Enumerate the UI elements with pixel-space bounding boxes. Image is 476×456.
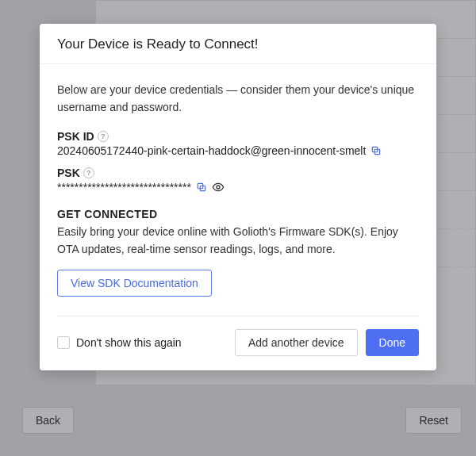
eye-icon[interactable] <box>212 181 225 194</box>
svg-point-4 <box>217 186 220 189</box>
get-connected-label: GET CONNECTED <box>57 208 419 220</box>
psk-label-row: PSK ? <box>57 167 419 179</box>
done-button[interactable]: Done <box>366 329 419 356</box>
modal-header: Your Device is Ready to Connect! <box>40 24 436 64</box>
psk-id-label: PSK ID <box>57 130 94 143</box>
psk-value-row: ******************************* <box>57 181 419 194</box>
help-icon[interactable]: ? <box>98 131 109 142</box>
modal-overlay: Your Device is Ready to Connect! Below a… <box>0 0 476 456</box>
psk-id-label-row: PSK ID ? <box>57 130 419 143</box>
psk-value: ******************************* <box>57 181 191 194</box>
add-another-device-button[interactable]: Add another device <box>235 329 358 356</box>
modal-footer: Don't show this again Add another device… <box>40 316 436 370</box>
modal-intro-text: Below are your device credentials — cons… <box>57 82 419 116</box>
modal-body: Below are your device credentials — cons… <box>40 64 436 316</box>
psk-label: PSK <box>57 167 80 179</box>
help-icon[interactable]: ? <box>83 167 94 178</box>
dont-show-again-label: Don't show this again <box>76 336 182 349</box>
checkbox-box[interactable] <box>57 336 70 349</box>
psk-id-value-row: 20240605172440-pink-certain-haddock@gree… <box>57 144 419 157</box>
device-ready-modal: Your Device is Ready to Connect! Below a… <box>40 24 436 370</box>
get-connected-text: Easily bring your device online with Gol… <box>57 224 419 258</box>
dont-show-again-checkbox[interactable]: Don't show this again <box>57 336 182 349</box>
copy-icon[interactable] <box>370 145 382 156</box>
copy-icon[interactable] <box>196 182 207 193</box>
psk-id-value: 20240605172440-pink-certain-haddock@gree… <box>57 144 366 157</box>
view-sdk-docs-button[interactable]: View SDK Documentation <box>57 270 212 297</box>
modal-title: Your Device is Ready to Connect! <box>57 36 419 52</box>
